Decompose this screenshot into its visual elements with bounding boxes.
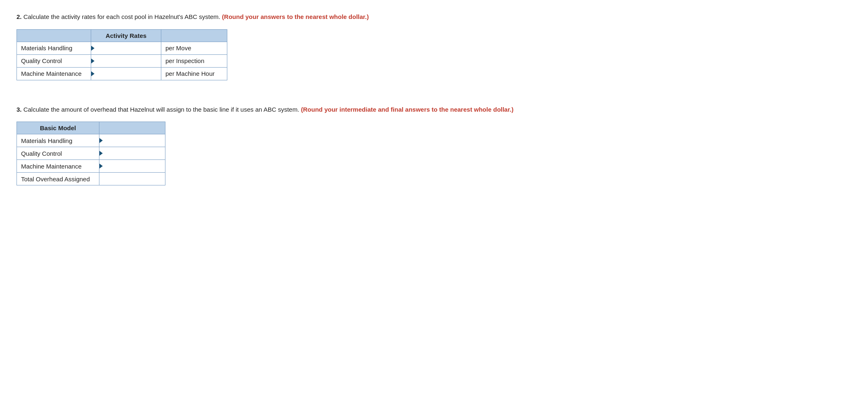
q2-table: Activity Rates Materials Handling per Mo… [17,29,227,80]
table-row: Quality Control [17,147,165,160]
question-3: 3. Calculate the amount of overhead that… [17,105,851,186]
q2-row1-unit: per Move [161,42,227,54]
q3-row4-input-wrapper [99,173,165,185]
q2-row2-arrow-icon [91,59,94,63]
q3-row4-input[interactable] [99,173,165,185]
q2-col-unit-header [161,29,227,42]
q2-row3-arrow-icon [91,71,94,76]
q3-row3-input[interactable] [99,160,165,172]
q2-row3-label: Machine Maintenance [17,67,91,80]
table-row: Materials Handling [17,134,165,147]
q2-row2-input-wrapper [91,55,161,67]
table-row: Machine Maintenance per Machine Hour [17,67,227,80]
q2-row3-unit: per Machine Hour [161,67,227,80]
q3-row2-arrow-icon [99,151,103,156]
q2-row3-input[interactable] [91,68,161,80]
q3-row2-input-wrapper [99,147,165,159]
q3-row3-input-cell [99,160,165,173]
q3-row4-input-cell [99,173,165,185]
q2-number: 2. [17,13,22,20]
q2-row2-input-cell [91,54,161,67]
q3-row1-arrow-icon [99,138,103,143]
table-row: Total Overhead Assigned [17,173,165,185]
q2-body: Calculate the activity rates for each co… [24,13,222,20]
q2-row2-input[interactable] [91,55,161,67]
q3-row3-input-wrapper [99,160,165,172]
q3-row1-input-wrapper [99,134,165,147]
q2-col-activity-rates-header: Activity Rates [91,29,161,42]
q2-row1-input-cell [91,42,161,54]
q2-col-label-header [17,29,91,42]
q2-row2-label: Quality Control [17,54,91,67]
q3-row3-arrow-icon [99,164,103,169]
q3-col-value-header [99,122,165,134]
q3-row2-input-cell [99,147,165,160]
table-row: Quality Control per Inspection [17,54,227,67]
q3-bold: (Round your intermediate and final answe… [301,106,514,113]
q3-table: Basic Model Materials Handling Quality C… [17,122,165,185]
q2-row1-label: Materials Handling [17,42,91,54]
q3-row4-label: Total Overhead Assigned [17,173,99,185]
table-row: Machine Maintenance [17,160,165,173]
q3-row3-label: Machine Maintenance [17,160,99,173]
q3-number: 3. [17,106,22,113]
q2-row3-input-wrapper [91,68,161,80]
q2-bold: (Round your answers to the nearest whole… [222,13,369,20]
q3-text: 3. Calculate the amount of overhead that… [17,105,851,115]
q2-row1-input-wrapper [91,42,161,54]
q3-row1-input-cell [99,134,165,147]
q3-row1-label: Materials Handling [17,134,99,147]
q3-col-basic-model-header: Basic Model [17,122,99,134]
q2-row1-input[interactable] [91,42,161,54]
question-2: 2. Calculate the activity rates for each… [17,12,851,80]
q3-body: Calculate the amount of overhead that Ha… [24,106,301,113]
q3-row1-input[interactable] [99,134,165,147]
q2-row3-input-cell [91,67,161,80]
q3-row2-input[interactable] [99,147,165,159]
q2-row1-arrow-icon [91,46,94,51]
q2-text: 2. Calculate the activity rates for each… [17,12,851,22]
table-row: Materials Handling per Move [17,42,227,54]
q2-row2-unit: per Inspection [161,54,227,67]
q3-row2-label: Quality Control [17,147,99,160]
